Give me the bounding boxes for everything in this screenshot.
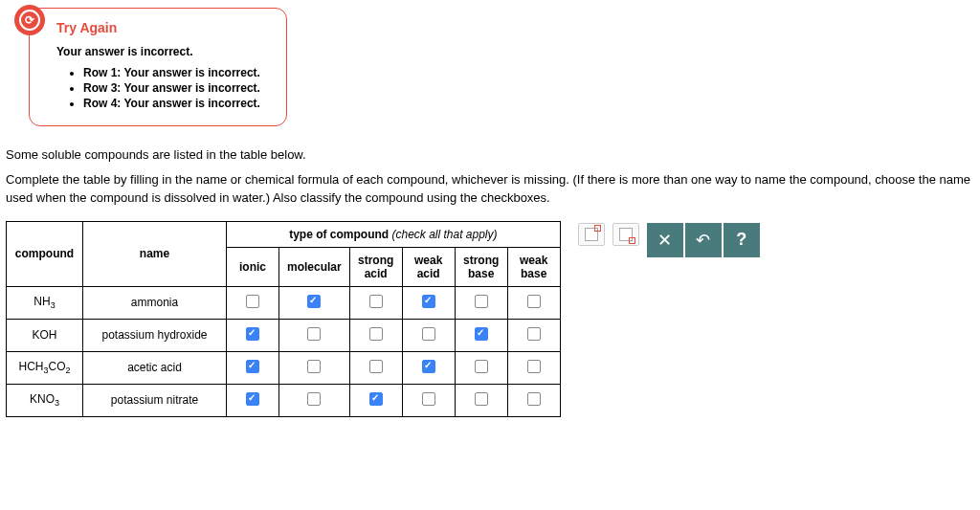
cell-checkbox <box>227 286 279 319</box>
checkbox[interactable] <box>307 360 321 373</box>
cell-name: potassium hydroxide <box>83 319 227 351</box>
checkbox[interactable] <box>475 360 488 373</box>
table-row: NH3ammonia <box>7 286 561 319</box>
close-icon: ✕ <box>657 230 672 251</box>
cell-checkbox <box>455 286 507 319</box>
checkbox-tool-1[interactable] <box>578 223 605 246</box>
header-weak-base: weak base <box>507 247 560 286</box>
help-button[interactable]: ? <box>724 223 760 257</box>
cell-checkbox <box>507 286 560 319</box>
cell-checkbox <box>402 319 455 351</box>
header-type: type of compound (check all that apply) <box>227 221 561 247</box>
checkbox[interactable] <box>422 295 435 308</box>
cell-name: potassium nitrate <box>83 384 227 416</box>
cell-checkbox <box>349 319 402 351</box>
checkbox[interactable] <box>246 360 259 373</box>
retry-icon: ⟳ <box>19 10 40 31</box>
cell-checkbox <box>227 351 279 384</box>
table-row: KNO3potassium nitrate <box>7 384 561 416</box>
cell-checkbox <box>279 319 350 351</box>
table-row: HCH3CO2acetic acid <box>7 351 561 384</box>
question-line: Some soluble compounds are listed in the… <box>6 145 974 165</box>
checkbox[interactable] <box>475 327 488 341</box>
tool-group: ✕ ↶ ? <box>578 223 760 257</box>
feedback-box: ⟳ Try Again Your answer is incorrect. Ro… <box>29 8 287 126</box>
checkbox[interactable] <box>422 392 435 406</box>
checkbox[interactable] <box>527 392 541 406</box>
cell-checkbox <box>507 384 560 416</box>
checkbox[interactable] <box>369 327 383 341</box>
cell-formula: NH3 <box>7 286 83 319</box>
feedback-subtitle: Your answer is incorrect. <box>56 45 269 58</box>
cell-formula: KOH <box>7 319 83 351</box>
cell-formula: KNO3 <box>7 384 83 416</box>
question-text: Some soluble compounds are listed in the… <box>6 145 974 208</box>
cell-checkbox <box>349 384 402 416</box>
compound-table: compound name type of compound (check al… <box>6 221 561 417</box>
cell-name: ammonia <box>83 286 227 319</box>
cell-checkbox <box>455 351 507 384</box>
cell-checkbox <box>402 384 455 416</box>
feedback-item: Row 3: Your answer is incorrect. <box>83 81 269 95</box>
cell-checkbox <box>455 384 507 416</box>
cell-checkbox <box>279 286 350 319</box>
checkbox[interactable] <box>369 392 383 406</box>
checkbox[interactable] <box>527 327 541 341</box>
cell-checkbox <box>227 319 279 351</box>
header-weak-acid: weak acid <box>402 247 455 286</box>
close-button[interactable]: ✕ <box>647 223 683 257</box>
feedback-item: Row 1: Your answer is incorrect. <box>83 66 269 79</box>
checkbox[interactable] <box>307 295 321 308</box>
feedback-list: Row 1: Your answer is incorrect. Row 3: … <box>56 66 269 110</box>
checkbox[interactable] <box>369 295 383 308</box>
checkbox[interactable] <box>246 392 259 406</box>
header-molecular: molecular <box>279 247 350 286</box>
checkbox[interactable] <box>307 327 321 341</box>
table-row: KOHpotassium hydroxide <box>7 319 561 351</box>
cell-formula: HCH3CO2 <box>7 351 83 384</box>
cell-checkbox <box>349 351 402 384</box>
header-compound: compound <box>7 221 83 286</box>
action-buttons: ✕ ↶ ? <box>647 223 760 257</box>
header-strong-acid: strong acid <box>349 247 402 286</box>
cell-checkbox <box>227 384 279 416</box>
checkbox[interactable] <box>422 360 435 373</box>
header-strong-base: strong base <box>455 247 507 286</box>
checkbox[interactable] <box>422 327 435 341</box>
undo-button[interactable]: ↶ <box>685 223 722 257</box>
checkbox[interactable] <box>527 295 541 308</box>
checkbox[interactable] <box>369 360 383 373</box>
question-line: Complete the table by filling in the nam… <box>6 170 974 208</box>
checkbox[interactable] <box>475 295 488 308</box>
feedback-item: Row 4: Your answer is incorrect. <box>83 97 269 110</box>
checkbox-tool-2[interactable] <box>612 223 639 246</box>
cell-checkbox <box>349 286 402 319</box>
checkbox[interactable] <box>246 295 259 308</box>
checkbox[interactable] <box>246 327 259 341</box>
checkbox[interactable] <box>527 360 541 373</box>
header-name: name <box>83 221 227 286</box>
feedback-icon: ⟳ <box>14 5 45 35</box>
cell-checkbox <box>402 351 455 384</box>
cell-checkbox <box>507 319 560 351</box>
checkbox[interactable] <box>307 392 321 406</box>
checkbox[interactable] <box>475 392 488 406</box>
cell-checkbox <box>402 286 455 319</box>
cell-checkbox <box>279 384 350 416</box>
cell-checkbox <box>455 319 507 351</box>
cell-checkbox <box>507 351 560 384</box>
header-ionic: ionic <box>227 247 279 286</box>
undo-icon: ↶ <box>696 230 710 251</box>
cell-checkbox <box>279 351 350 384</box>
feedback-title: Try Again <box>56 20 269 35</box>
cell-name: acetic acid <box>83 351 227 384</box>
help-icon: ? <box>736 230 746 250</box>
